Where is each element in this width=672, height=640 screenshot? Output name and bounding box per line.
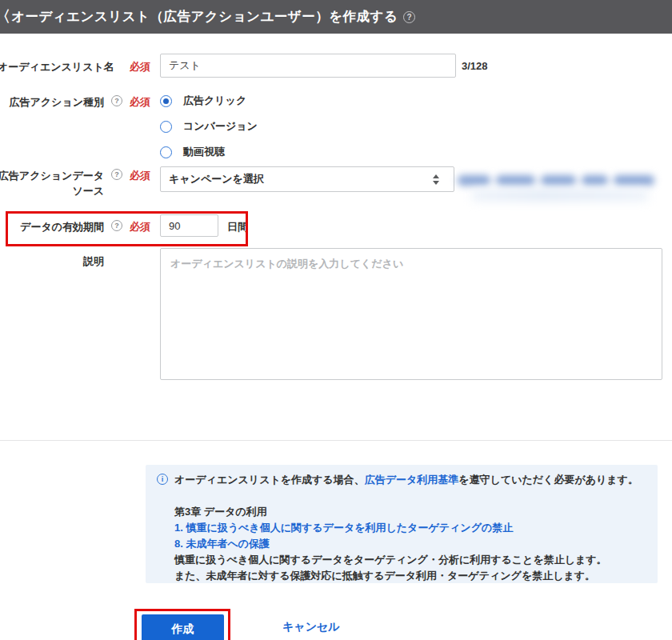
action-type-label: 広告アクション種別 bbox=[0, 95, 104, 110]
name-required-badge: 必須 bbox=[130, 60, 150, 74]
char-counter: 3/128 bbox=[462, 60, 488, 72]
validity-unit-label: 日間 bbox=[227, 220, 248, 234]
back-icon[interactable]: 〈 bbox=[0, 0, 10, 34]
audience-name-input[interactable] bbox=[160, 54, 456, 78]
action-type-help-icon[interactable]: ? bbox=[111, 95, 122, 106]
radio-option-video-view[interactable]: 動画視聴 bbox=[160, 145, 225, 159]
description-textarea[interactable] bbox=[160, 248, 662, 380]
section-divider bbox=[0, 440, 672, 441]
policy-notice-box: i オーディエンスリストを作成する場合、広告データ利用基準を遵守していただく必要… bbox=[146, 465, 658, 583]
campaign-select-value: キャンペーンを選択 bbox=[169, 172, 433, 186]
notice-body-2: また、未成年者に対する保護対応に抵触するデータ利用・ターゲティングを禁止します。 bbox=[174, 569, 595, 583]
validity-required-badge: 必須 bbox=[130, 220, 150, 234]
radio-label: 動画視聴 bbox=[183, 145, 225, 159]
validity-help-icon[interactable]: ? bbox=[111, 220, 122, 231]
radio-unselected-icon[interactable] bbox=[160, 146, 172, 158]
page-title-row: オーディエンスリスト（広告アクションユーザー）を作成する ? bbox=[11, 0, 415, 34]
radio-unselected-icon[interactable] bbox=[160, 121, 172, 133]
radio-label: 広告クリック bbox=[183, 94, 246, 108]
data-source-help-icon[interactable]: ? bbox=[111, 169, 122, 180]
data-source-label-line1: 広告アクションデータ bbox=[0, 169, 104, 183]
page-header: 〈 オーディエンスリスト（広告アクションユーザー）を作成する ? bbox=[0, 0, 672, 34]
data-policy-link[interactable]: 広告データ利用基準 bbox=[365, 474, 459, 486]
notice-chapter: 第3章 データの利用 bbox=[174, 505, 267, 519]
notice-intro: オーディエンスリストを作成する場合、広告データ利用基準を遵守していただく必要があ… bbox=[174, 473, 638, 487]
notice-link-minor-protection[interactable]: 8. 未成年者への保護 bbox=[174, 537, 270, 551]
name-label: オーディエンスリスト名 bbox=[0, 60, 104, 74]
create-button[interactable]: 作成 bbox=[142, 614, 224, 640]
redacted-blur-tail bbox=[472, 189, 648, 202]
radio-option-conversion[interactable]: コンバージョン bbox=[160, 119, 258, 134]
radio-option-ad-click[interactable]: 広告クリック bbox=[160, 94, 246, 108]
action-type-required-badge: 必須 bbox=[130, 95, 150, 110]
cancel-link[interactable]: キャンセル bbox=[282, 620, 340, 634]
description-label: 説明 bbox=[0, 254, 104, 269]
radio-label: コンバージョン bbox=[183, 119, 258, 134]
data-source-required-badge: 必須 bbox=[130, 169, 150, 183]
title-help-icon[interactable]: ? bbox=[403, 11, 415, 23]
notice-link-targeting-ban[interactable]: 1. 慎重に扱うべき個人に関するデータを利用したターゲティングの禁止 bbox=[174, 521, 513, 535]
select-stepper-icon bbox=[433, 174, 439, 185]
campaign-select[interactable]: キャンペーンを選択 bbox=[160, 166, 454, 192]
notice-body-1: 慎重に扱うべき個人に関するデータをターゲティング・分析に利用することを禁止します… bbox=[174, 553, 607, 567]
page-title: オーディエンスリスト（広告アクションユーザー）を作成する bbox=[11, 8, 398, 26]
validity-days-input[interactable] bbox=[160, 214, 218, 237]
radio-selected-icon[interactable] bbox=[160, 95, 172, 107]
info-icon: i bbox=[157, 474, 168, 485]
data-source-label-line2: ソース bbox=[0, 184, 104, 198]
validity-label: データの有効期間 bbox=[0, 220, 104, 234]
notice-intro-after: を遵守していただく必要があります。 bbox=[458, 474, 638, 486]
notice-intro-before: オーディエンスリストを作成する場合、 bbox=[174, 474, 365, 486]
